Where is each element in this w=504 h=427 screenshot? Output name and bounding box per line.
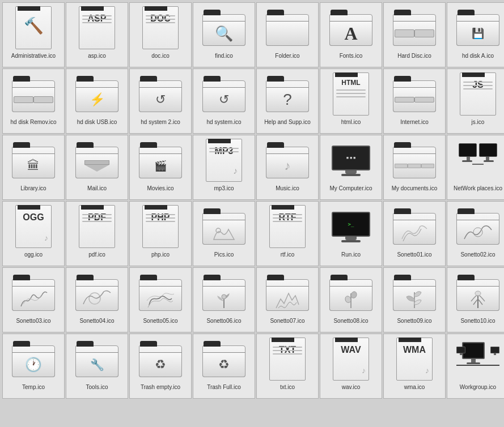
icon-hdd-usb[interactable]: ⚡ hd disk USB.ico: [66, 69, 128, 134]
icon-mycomputer[interactable]: ■ ■ ■ My Computer.ico: [320, 135, 382, 200]
svg-point-2: [89, 293, 100, 304]
icon-hddA[interactable]: 💾 hd disk A.ico: [447, 2, 504, 67]
icon-php[interactable]: PHP php.ico: [129, 201, 192, 266]
icon-rtf[interactable]: RTF rtf.ico: [256, 201, 319, 266]
icon-sonetto06[interactable]: Sonetto06.ico: [193, 267, 255, 332]
icon-music[interactable]: ♪ Music.ico: [256, 135, 319, 200]
icon-sonetto01[interactable]: Sonetto01.ico: [383, 201, 446, 266]
icon-folder[interactable]: Folder.ico: [256, 2, 319, 67]
icon-tools[interactable]: 🔧 Tools.ico: [66, 334, 128, 399]
icon-trash-empty[interactable]: ♻ Trash empty.ico: [129, 334, 192, 399]
icon-temp[interactable]: 🕐 Temp.ico: [2, 334, 65, 399]
icon-internet[interactable]: Internet.ico: [383, 69, 446, 134]
icon-doc[interactable]: DOC doc.ico: [129, 2, 192, 67]
icon-sonetto08[interactable]: Sonetto08.ico: [320, 267, 382, 332]
icon-trash-full[interactable]: ♻ Trash Full.ico: [193, 334, 255, 399]
icon-pics[interactable]: Pics.ico: [193, 201, 255, 266]
icon-administrative[interactable]: 🔨 Administrative.ico: [2, 2, 65, 67]
icon-fonts[interactable]: A Fonts.ico: [320, 2, 382, 67]
icon-harddisc[interactable]: Hard Disc.ico: [383, 2, 446, 67]
icon-sonetto07[interactable]: Sonetto07.ico: [256, 267, 319, 332]
svg-point-1: [473, 228, 482, 237]
icon-movies[interactable]: 🎬 Movies.ico: [129, 135, 192, 200]
icon-sonetto03[interactable]: Sonetto03.ico: [2, 267, 65, 332]
icon-mail[interactable]: Mail.ico: [66, 135, 128, 200]
icon-sonetto10[interactable]: Sonetto10.ico: [447, 267, 504, 332]
icon-sonetto04[interactable]: Sonetto04.ico: [66, 267, 128, 332]
icon-mydocs[interactable]: My documents.ico: [383, 135, 446, 200]
icon-js[interactable]: JS js.ico: [447, 69, 504, 134]
icon-sonetto09[interactable]: Sonetto09.ico: [383, 267, 446, 332]
icon-html[interactable]: HTML html.ico: [320, 69, 382, 134]
icon-help[interactable]: ? Help and Supp.ico: [256, 69, 319, 134]
icon-hd-system2[interactable]: ↺ hd system 2.ico: [129, 69, 192, 134]
icon-txt[interactable]: TXT txt.ico: [256, 334, 319, 399]
icon-wav[interactable]: WAV ♪ wav.ico: [320, 334, 382, 399]
icon-wma[interactable]: WMA ♪ wma.ico: [383, 334, 446, 399]
icon-find[interactable]: 🔍 find.ico: [193, 2, 255, 67]
svg-point-4: [475, 291, 481, 296]
icon-sonetto02[interactable]: Sonetto02.ico: [447, 201, 504, 266]
icon-sonetto05[interactable]: Sonetto05.ico: [129, 267, 192, 332]
icon-pdf[interactable]: PDF pdf.ico: [66, 201, 128, 266]
icon-library[interactable]: 🏛 Library.ico: [2, 135, 65, 200]
icon-hdd-remov[interactable]: hd disk Remov.ico: [2, 69, 65, 134]
icon-run[interactable]: >_ Run.ico: [320, 201, 382, 266]
icon-workgroup[interactable]: Workgroup.ico: [447, 334, 504, 399]
icon-ogg[interactable]: OGG ♪ ogg.ico: [2, 201, 65, 266]
svg-point-3: [222, 294, 226, 299]
icon-grid: 🔨 Administrative.ico ASP asp.ico DOC: [2, 2, 502, 399]
icon-mp3[interactable]: MP3 ♪ mp3.ico: [193, 135, 255, 200]
icon-network[interactable]: NetWork places.ico: [447, 135, 504, 200]
icon-hd-system[interactable]: ↺ hd system.ico: [193, 69, 255, 134]
icon-asp[interactable]: ASP asp.ico: [66, 2, 128, 67]
